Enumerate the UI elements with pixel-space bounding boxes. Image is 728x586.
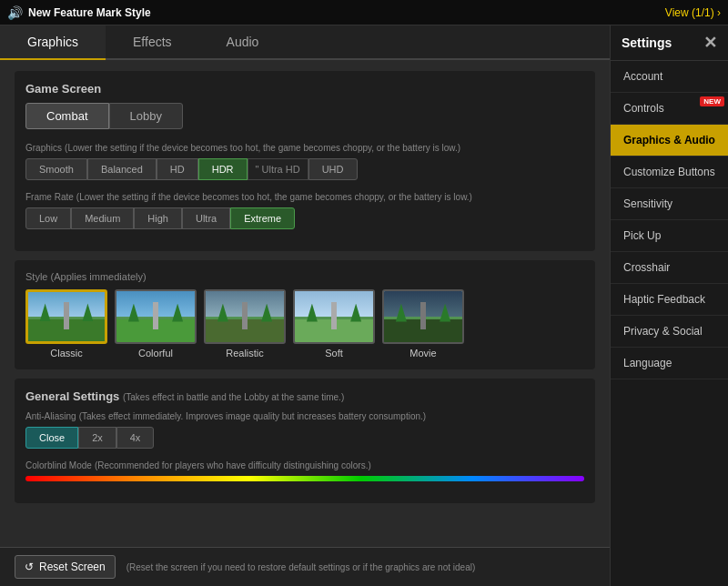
style-realistic-name: Realistic — [226, 348, 264, 359]
frame-extreme[interactable]: Extreme — [230, 207, 295, 229]
style-soft-img — [293, 289, 375, 344]
game-screen-section: Game Screen Combat Lobby Graphics (Lower… — [15, 71, 595, 251]
style-movie-name: Movie — [410, 348, 436, 359]
reset-note: (Reset the screen if you need to restore… — [126, 562, 476, 572]
colorblind-bar[interactable] — [25, 476, 584, 481]
sidebar-title: Settings — [622, 35, 672, 50]
frame-rate-title: Frame Rate (Lower the setting if the dev… — [25, 191, 584, 202]
close-button[interactable]: ✕ — [703, 33, 717, 53]
sidebar-item-customize-buttons[interactable]: Customize Buttons — [611, 157, 728, 188]
anti-aliasing-group: Close 2x 4x — [25, 427, 584, 449]
graphics-hdr[interactable]: HDR — [198, 158, 248, 180]
title-prefix: New Feature — [28, 6, 96, 19]
graphics-quality-group: Smooth Balanced HD HDR " Ultra HD UHD — [25, 158, 584, 180]
graphics-ultra-hd-quote: " Ultra HD — [248, 158, 308, 180]
tab-audio[interactable]: Audio — [199, 25, 287, 60]
sidebar-item-language[interactable]: Language — [611, 348, 728, 379]
sidebar-item-graphics-audio[interactable]: Graphics & Audio — [611, 125, 728, 157]
style-section: Style (Applies immediately) Classic — [15, 260, 595, 369]
anti-aliasing-title: Anti-Aliasing (Takes effect immediately.… — [25, 410, 584, 421]
colorblind-row: Colorblind Mode (Recommended for players… — [25, 460, 584, 481]
top-bar-left: 🔊 New Feature Mark Style — [7, 5, 665, 20]
style-realistic[interactable]: Realistic — [204, 289, 286, 359]
graphics-quality-row: Graphics (Lower the setting if the devic… — [25, 142, 584, 180]
style-colorful-img — [115, 289, 197, 344]
sub-tabs: Combat Lobby — [25, 103, 584, 129]
frame-high[interactable]: High — [134, 207, 182, 229]
graphics-smooth[interactable]: Smooth — [25, 158, 87, 180]
graphics-hd[interactable]: HD — [157, 158, 198, 180]
main-layout: Graphics Effects Audio Game Screen Comba… — [0, 25, 728, 586]
sidebar-item-sensitivity[interactable]: Sensitivity — [611, 188, 728, 220]
sidebar-item-crosshair[interactable]: Crosshair — [611, 252, 728, 284]
sidebar-item-controls[interactable]: Controls NEW — [611, 93, 728, 125]
sidebar-header: Settings ✕ — [611, 25, 728, 61]
game-screen-label: Game Screen — [25, 82, 584, 96]
sidebar-item-privacy-social[interactable]: Privacy & Social — [611, 316, 728, 348]
anti-aliasing-row: Anti-Aliasing (Takes effect immediately.… — [25, 410, 584, 449]
colorblind-title: Colorblind Mode (Recommended for players… — [25, 460, 584, 470]
top-bar: 🔊 New Feature Mark Style View (1/1) › — [0, 0, 728, 25]
aa-close[interactable]: Close — [25, 427, 78, 449]
style-classic[interactable]: Classic — [25, 289, 107, 359]
style-colorful[interactable]: Colorful — [115, 289, 197, 359]
general-settings-section: General Settings (Takes effect in battle… — [15, 379, 595, 503]
frame-low[interactable]: Low — [25, 207, 71, 229]
view-label[interactable]: View (1/1) › — [665, 6, 721, 19]
general-settings-label: General Settings (Takes effect in battle… — [25, 389, 584, 403]
aa-2x[interactable]: 2x — [78, 427, 116, 449]
frame-ultra[interactable]: Ultra — [182, 207, 230, 229]
sidebar: Settings ✕ Account Controls NEW Graphics… — [610, 25, 728, 586]
title-bold: Mark Style — [96, 6, 151, 19]
frame-medium[interactable]: Medium — [71, 207, 134, 229]
reset-label: Reset Screen — [39, 561, 106, 573]
frame-rate-group: Low Medium High Ultra Extreme — [25, 207, 584, 229]
style-label: Style (Applies immediately) — [25, 271, 584, 282]
frame-rate-row: Frame Rate (Lower the setting if the dev… — [25, 191, 584, 229]
style-soft[interactable]: Soft — [293, 289, 375, 359]
graphics-quality-title: Graphics (Lower the setting if the devic… — [25, 142, 584, 153]
reset-screen-button[interactable]: ↺ Reset Screen — [15, 555, 116, 579]
tab-graphics[interactable]: Graphics — [0, 25, 106, 60]
style-classic-img — [25, 289, 107, 344]
style-movie-img — [382, 289, 464, 344]
style-colorful-name: Colorful — [138, 348, 173, 359]
new-badge-controls: NEW — [700, 96, 724, 106]
aa-4x[interactable]: 4x — [116, 427, 155, 449]
tabs-bar: Graphics Effects Audio — [0, 25, 610, 60]
tab-effects[interactable]: Effects — [106, 25, 199, 60]
sidebar-item-account[interactable]: Account — [611, 61, 728, 93]
graphics-uhd[interactable]: UHD — [308, 158, 358, 180]
style-movie[interactable]: Movie — [382, 289, 464, 359]
content-area: Graphics Effects Audio Game Screen Comba… — [0, 25, 610, 586]
graphics-balanced[interactable]: Balanced — [87, 158, 157, 180]
top-bar-title: New Feature Mark Style — [28, 6, 151, 19]
speaker-icon: 🔊 — [7, 5, 23, 20]
style-classic-name: Classic — [50, 348, 82, 359]
bottom-bar: ↺ Reset Screen (Reset the screen if you … — [0, 547, 610, 586]
sidebar-item-pick-up[interactable]: Pick Up — [611, 220, 728, 252]
reset-icon: ↺ — [25, 561, 34, 573]
sub-tab-lobby[interactable]: Lobby — [109, 103, 183, 129]
style-realistic-img — [204, 289, 286, 344]
style-thumbnails: Classic Colorful — [25, 289, 584, 359]
sub-tab-combat[interactable]: Combat — [25, 103, 109, 129]
scroll-content: Game Screen Combat Lobby Graphics (Lower… — [0, 60, 610, 547]
sidebar-item-haptic-feedback[interactable]: Haptic Feedback — [611, 284, 728, 316]
style-soft-name: Soft — [325, 348, 343, 359]
